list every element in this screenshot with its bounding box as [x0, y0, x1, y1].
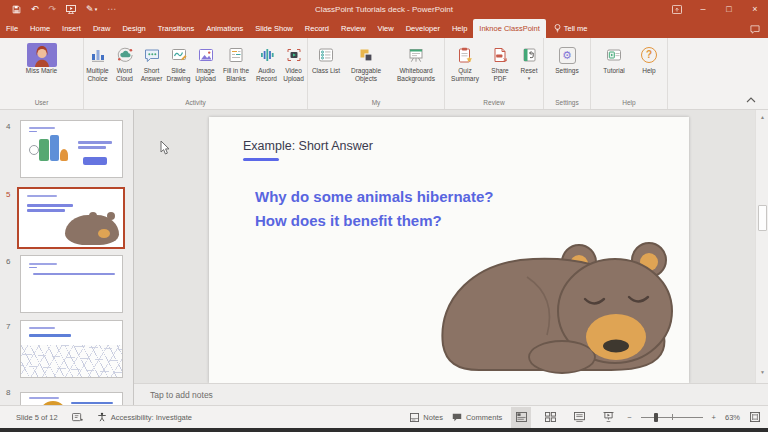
thumbnail-slide-4[interactable] — [20, 120, 123, 178]
thumb-illustration-fruit — [60, 149, 68, 161]
button-label: Multiple Choice — [84, 67, 111, 84]
quiz-summary-icon — [456, 43, 474, 67]
zoom-level[interactable]: 63% — [725, 413, 741, 422]
thumbnail-slide-7[interactable] — [20, 320, 123, 378]
zoom-slider[interactable] — [641, 412, 703, 423]
slide-title[interactable]: Example: Short Answer — [243, 139, 373, 153]
short-answer-button[interactable]: Short Answer — [138, 42, 165, 84]
ribbon-group-review: Quiz Summary Share PDF Reset ▾ Review — [445, 38, 544, 109]
tab-insert[interactable]: Insert — [56, 19, 87, 38]
scrollbar-thumb[interactable] — [758, 205, 767, 231]
tell-me-box[interactable]: Tell me — [546, 19, 596, 38]
tab-developer[interactable]: Developer — [400, 19, 446, 38]
share-pdf-icon — [491, 43, 509, 67]
class-list-button[interactable]: Class List — [309, 42, 343, 75]
button-label: Slide Drawing — [165, 67, 192, 84]
tab-design[interactable]: Design — [116, 19, 151, 38]
thumb-question-line — [27, 209, 65, 212]
maximize-button[interactable]: □ — [716, 0, 742, 18]
fit-slide-to-window-button[interactable] — [750, 412, 760, 422]
display-settings-icon[interactable] — [72, 413, 83, 422]
thumb-text-line — [71, 402, 113, 404]
scroll-up-icon[interactable]: ▲ — [756, 114, 768, 120]
slide-question-text[interactable]: Why do some animals hibernate? How does … — [255, 185, 493, 233]
redo-icon[interactable]: ↷ — [49, 5, 57, 14]
notes-toggle-button[interactable]: Notes — [410, 413, 443, 422]
ribbon-group-label: Review — [445, 99, 543, 109]
draggable-objects-button[interactable]: Draggable Objects — [343, 42, 389, 84]
pen-tool-dropdown[interactable]: ✎▾ — [86, 5, 97, 14]
reading-view-button[interactable] — [569, 407, 589, 428]
ribbon-group-settings: ⚙ Settings Settings — [544, 38, 591, 109]
customize-qat-icon[interactable]: ⋯ — [107, 5, 116, 14]
window-bottom-edge — [0, 428, 768, 432]
normal-view-button[interactable] — [511, 407, 531, 428]
whiteboard-backgrounds-button[interactable]: Whiteboard Backgrounds — [389, 42, 443, 84]
whiteboard-backgrounds-icon — [407, 43, 425, 67]
quiz-summary-button[interactable]: Quiz Summary — [445, 42, 485, 84]
fill-in-the-blanks-button[interactable]: Fill in the Blanks — [219, 42, 253, 84]
help-button[interactable]: ? Help — [634, 42, 664, 75]
feedback-comment-icon[interactable] — [750, 25, 768, 38]
title-bar: ↶ ↷ ✎▾ ⋯ ClassPoint Tutorials deck - Pow… — [0, 0, 768, 18]
reset-dropdown-caret-icon[interactable]: ▾ — [528, 75, 531, 81]
zoom-out-button[interactable]: − — [627, 413, 631, 422]
slide-sorter-view-button[interactable] — [540, 407, 560, 428]
collapse-ribbon-chevron-icon[interactable] — [746, 97, 756, 103]
sleeping-bear-illustration[interactable] — [431, 235, 675, 377]
audio-record-button[interactable]: Audio Record — [253, 42, 280, 84]
accessibility-status[interactable]: Accessibility: Investigate — [97, 412, 192, 422]
reset-icon — [520, 43, 538, 67]
thumb-title-line — [29, 327, 55, 329]
thumbnail-number: 8 — [6, 388, 10, 397]
zoom-in-button[interactable]: + — [712, 413, 716, 422]
classpoint-ribbon: Miss Marie User Multiple Choice Word Clo… — [0, 38, 768, 110]
thumbnail-slide-6[interactable] — [20, 255, 123, 313]
settings-gear-icon: ⚙ — [559, 47, 576, 64]
tab-review[interactable]: Review — [335, 19, 372, 38]
tab-record[interactable]: Record — [299, 19, 335, 38]
notes-pane[interactable]: Tap to add notes — [134, 383, 768, 405]
tab-draw[interactable]: Draw — [87, 19, 117, 38]
scroll-down-icon[interactable]: ▼ — [756, 369, 768, 375]
tab-view[interactable]: View — [372, 19, 400, 38]
tab-inknoe-classpoint[interactable]: Inknoe ClassPoint — [473, 19, 545, 38]
tab-help[interactable]: Help — [446, 19, 473, 38]
current-slide[interactable]: Example: Short Answer Why do some animal… — [209, 117, 689, 383]
close-button[interactable]: × — [742, 0, 768, 18]
ribbon-group-user: Miss Marie User — [0, 38, 84, 109]
ribbon-display-options-button[interactable] — [664, 0, 690, 18]
thumbnail-slide-5-selected[interactable] — [17, 187, 125, 249]
save-icon[interactable] — [12, 5, 21, 14]
thumbnail-slide-8[interactable] — [20, 392, 123, 405]
video-upload-button[interactable]: Video Upload — [280, 42, 307, 84]
user-profile-button[interactable]: Miss Marie — [24, 42, 60, 75]
reset-button[interactable]: Reset ▾ — [515, 42, 543, 81]
slideshow-view-button[interactable] — [598, 407, 618, 428]
minimize-button[interactable]: – — [690, 0, 716, 18]
share-pdf-button[interactable]: Share PDF — [485, 42, 515, 84]
vertical-scrollbar[interactable]: ▲ ▼ — [755, 110, 768, 383]
tab-slide-show[interactable]: Slide Show — [249, 19, 299, 38]
word-cloud-button[interactable]: Word Cloud — [111, 42, 138, 84]
settings-button[interactable]: ⚙ Settings — [547, 42, 587, 75]
image-upload-button[interactable]: Image Upload — [192, 42, 219, 84]
tab-animations[interactable]: Animations — [200, 19, 249, 38]
multiple-choice-button[interactable]: Multiple Choice — [84, 42, 111, 84]
tab-home[interactable]: Home — [24, 19, 56, 38]
slide-drawing-icon — [170, 43, 188, 67]
tab-transitions[interactable]: Transitions — [152, 19, 200, 38]
undo-icon[interactable]: ↶ — [31, 5, 39, 14]
tutorial-button[interactable]: Tutorial — [594, 42, 634, 75]
slide-drawing-button[interactable]: Slide Drawing — [165, 42, 192, 84]
tab-file[interactable]: File — [0, 19, 24, 38]
ribbon-group-label: User — [0, 99, 83, 109]
zoom-slider-thumb[interactable] — [654, 413, 658, 422]
start-slideshow-icon[interactable] — [66, 5, 76, 14]
comments-toggle-button[interactable]: Comments — [452, 413, 502, 422]
user-avatar — [27, 43, 57, 67]
notes-status-icon — [410, 413, 419, 422]
thumbnail-number: 7 — [6, 322, 10, 331]
button-label: Word Cloud — [111, 67, 138, 84]
button-label: Video Upload — [280, 67, 307, 84]
